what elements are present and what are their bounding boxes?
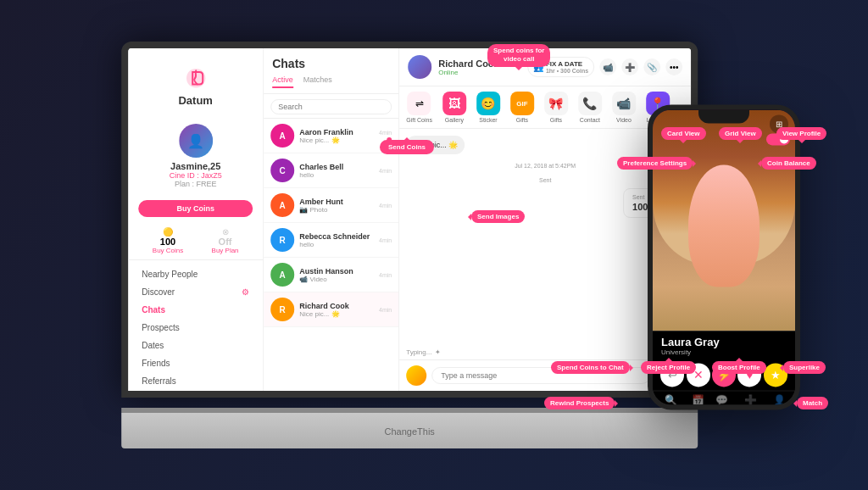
gif-tool[interactable]: GIF Gifts (510, 92, 534, 123)
gifts-tool[interactable]: 🎀 Gifts (544, 92, 568, 123)
more-action-icon[interactable]: ••• (665, 58, 682, 75)
nav-dates[interactable]: Dates (135, 337, 256, 354)
user-plan: Plan : FREE (175, 180, 217, 188)
chat-name-richard: Richard Cook (299, 302, 374, 310)
video-call-icon[interactable]: 📹 (599, 58, 616, 75)
chat-item-aaron[interactable]: A Aaron Franklin Nice pic... 🌟 4min (264, 119, 398, 153)
sticker-tool[interactable]: 😊 Sticker (476, 92, 500, 123)
chat-preview-rebecca: hello (299, 241, 374, 248)
chat-name-aaron: Aaron Franklin (299, 128, 374, 136)
chats-title: Chats (272, 57, 390, 70)
chat-item-charles[interactable]: C Charles Bell hello 4min (264, 153, 398, 188)
contact-tool[interactable]: 📞 Contact (578, 92, 602, 123)
datum-logo-icon (182, 65, 209, 92)
phone-profile-location: University (661, 348, 787, 356)
chat-panel: Chats Active Matches A (264, 48, 399, 391)
chat-preview-aaron: Nice pic... 🌟 (299, 136, 374, 144)
nav-nearby-people[interactable]: Nearby People (135, 265, 256, 283)
coin-count: 100 (160, 237, 175, 247)
coins-info: 🟡 100 Buy Coins ⊗ Off Buy Plan (128, 222, 263, 260)
chat-preview-austin: 📹 Video (299, 276, 374, 283)
chat-info-richard: Richard Cook Nice pic... 🌟 (299, 302, 374, 318)
laptop-bottom-bar: ChangeThis (121, 413, 698, 448)
chat-tabs: Active Matches (272, 75, 390, 88)
add-action-icon[interactable]: ➕ (621, 58, 638, 75)
chat-item-austin[interactable]: A Austin Hanson 📹 Video 4min (264, 258, 398, 292)
chat-time-aaron: 4min (379, 130, 392, 136)
phone-profile-info: Laura Gray University (653, 331, 795, 359)
user-name: Jasmine,25 (170, 161, 220, 171)
nav-discover[interactable]: Discover ⚙ (135, 283, 256, 301)
nav-prospects[interactable]: Prospects (135, 319, 256, 337)
video-tool[interactable]: 📹 Video (612, 92, 636, 123)
gift-coins-icon: ⇌ (408, 92, 431, 115)
search-bar (264, 94, 398, 119)
typing-text: Typing... (406, 348, 431, 356)
gif-icon: GIF (510, 92, 534, 115)
phone-nav-dates[interactable]: 📅 Dates (692, 394, 705, 404)
chat-name-austin: Austin Hanson (299, 267, 374, 276)
chat-item-amber[interactable]: A Amber Hunt 📷 Photo 4min (264, 188, 398, 223)
gallery-icon: 🖼 (442, 92, 466, 115)
tooltip-pref-settings: Preference Settings (617, 157, 693, 170)
tooltip-view-profile: View Profile (776, 127, 826, 140)
chat-time-rebecca: 4min (379, 237, 392, 243)
nav-referrals[interactable]: Referrals (135, 372, 256, 390)
phone-profile-name: Laura Gray (661, 336, 787, 348)
chat-info-austin: Austin Hanson 📹 Video (299, 267, 374, 283)
chat-info-aaron: Aaron Franklin Nice pic... 🌟 (299, 128, 374, 144)
user-avatar-img: 👤 (179, 124, 213, 158)
contact-icon: 📞 (578, 92, 602, 115)
phone-nav-chats[interactable]: 💬 Chats (715, 394, 729, 404)
gallery-tool[interactable]: 🖼 Gallery (442, 92, 466, 123)
buy-coins-link[interactable]: Buy Coins (153, 247, 183, 254)
nav-earnings[interactable]: Earnings (135, 390, 256, 391)
laptop: Datum 👤 Jasmine,25 Cine ID : JaxZ5 Plan … (104, 42, 715, 448)
tab-matches[interactable]: Matches (303, 75, 332, 88)
chat-time-richard: 4min (379, 307, 392, 313)
gift-coins-tool[interactable]: ⇌ Gift Coins (406, 92, 432, 123)
main-chat-avatar (408, 55, 431, 79)
tooltip-match: Match (797, 397, 828, 409)
nav-menu: Nearby People Discover ⚙ Chats Prospects… (128, 265, 263, 391)
chat-info-amber: Amber Hunt 📷 Photo (299, 198, 374, 214)
tooltip-superlike: Superlike (783, 361, 826, 374)
tooltip-grid-view: Grid View (719, 127, 762, 140)
phone-nav-profile[interactable]: 👤 Profile (772, 394, 787, 404)
profile-nav-icon: 👤 (773, 394, 786, 404)
chat-item-rebecca[interactable]: R Rebecca Schneider hello 4min (264, 223, 398, 258)
tooltip-coin-balance: Coin Balance (761, 157, 816, 170)
sticker-label: Sticker (479, 117, 497, 123)
buy-coins-button[interactable]: Buy Coins (138, 200, 253, 217)
chat-avatar-rebecca: R (270, 228, 294, 252)
main-chat-actions: 👥 FIX A DATE 1hr • 300 Coins 📹 ➕ 📎 ••• (527, 57, 682, 77)
chat-preview-richard: Nice pic... 🌟 (299, 310, 374, 318)
nav-friends[interactable]: Friends (135, 354, 256, 372)
main-chat-status: Online (438, 69, 499, 76)
laptop-screen: Datum 👤 Jasmine,25 Cine ID : JaxZ5 Plan … (128, 48, 691, 391)
contact-label: Contact (580, 117, 600, 123)
chat-header: Chats Active Matches (264, 48, 398, 94)
chat-name-amber: Amber Hunt (299, 198, 374, 206)
tooltip-rewind: Rewind Prospects (544, 397, 615, 409)
chat-time-amber: 4min (379, 203, 392, 209)
chat-search-input[interactable] (270, 99, 392, 114)
gifts-icon: 🎀 (544, 92, 568, 115)
discover-nav-icon: 🔍 (665, 394, 677, 404)
tab-active[interactable]: Active (272, 75, 293, 88)
attach-action-icon[interactable]: 📎 (643, 58, 660, 75)
nav-chats[interactable]: Chats (135, 301, 256, 319)
video-label: Video (616, 117, 632, 123)
chat-list: A Aaron Franklin Nice pic... 🌟 4min (264, 119, 398, 391)
tooltip-reject-profile: Reject Profile (641, 361, 696, 374)
chat-time-austin: 4min (379, 272, 392, 278)
chat-name-rebecca: Rebecca Schneider (299, 232, 374, 241)
chat-item-richard[interactable]: R Richard Cook Nice pic... 🌟 4min (264, 292, 398, 327)
tooltip-spend-coins-chat: Spend Coins to Chat (551, 361, 630, 374)
phone-nav-prospects[interactable]: ➕ Prospects (739, 394, 762, 404)
sent-label: Sent (406, 177, 684, 183)
gift-tools-bar: ⇌ Gift Coins 🖼 Gallery 😊 Sticker (399, 86, 691, 129)
phone-nav-discover[interactable]: 🔍 Discover (661, 394, 681, 404)
buy-plan-link[interactable]: Buy Plan (212, 247, 239, 254)
sender-avatar (406, 365, 426, 386)
